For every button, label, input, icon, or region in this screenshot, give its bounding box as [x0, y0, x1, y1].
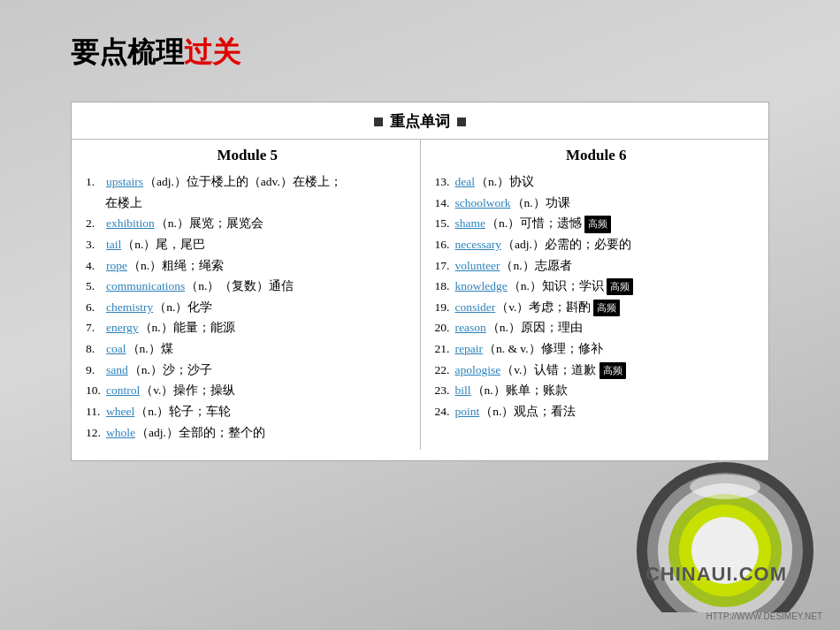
main-card: 重点单词 Module 5 1. upstairs （adj.）位于楼上的（ad…	[71, 102, 769, 461]
title-prefix: 要点梳理	[71, 34, 184, 72]
header-square-right	[457, 118, 466, 126]
list-item: 19. consider （v.）考虑；斟酌 高频	[435, 297, 759, 318]
list-item: 2. exhibition （n.）展览；展览会	[86, 213, 409, 234]
chinaui-label: CHINAUI.COM	[645, 563, 787, 586]
svg-point-6	[690, 474, 760, 499]
list-item: 8. coal （n.）煤	[86, 338, 409, 360]
columns: Module 5 1. upstairs （adj.）位于楼上的（adv.）在楼…	[72, 140, 768, 450]
url-label: HTTP://WWW.DESIMEY.NET	[706, 611, 822, 621]
list-item: 5. communications （n.）（复数）通信	[86, 276, 409, 297]
list-item: 18. knowledge （n.）知识；学识 高频	[435, 276, 759, 297]
title-suffix: 过关	[184, 34, 241, 72]
list-item: 20. reason （n.）原因；理由	[435, 317, 759, 338]
list-item: 9. sand （n.）沙；沙子	[86, 360, 409, 381]
list-item: 3. tail （n.）尾，尾巴	[86, 234, 409, 255]
item-indent: 在楼上	[86, 193, 409, 214]
list-item: 11. wheel （n.）轮子；车轮	[86, 401, 409, 422]
high-freq-badge: 高频	[599, 362, 626, 379]
list-item: 10. control （v.）操作；操纵	[86, 380, 409, 401]
list-item: 22. apologise （v.）认错；道歉 高频	[435, 360, 759, 381]
list-item: 1. upstairs （adj.）位于楼上的（adv.）在楼上； 在楼上	[86, 171, 409, 213]
list-item: 13. deal （n.）协议	[435, 171, 759, 193]
list-item: 21. repair （n. & v.）修理；修补	[435, 338, 759, 360]
module5-title: Module 5	[86, 147, 409, 164]
list-item: 14. schoolwork （n.）功课	[435, 193, 759, 214]
item-word: upstairs	[106, 171, 143, 193]
list-item: 23. bill （n.）账单；账款	[435, 380, 759, 401]
list-item: 17. volunteer （n.）志愿者	[435, 255, 759, 277]
list-item: 6. chemistry （n.）化学	[86, 297, 409, 318]
section-header-text: 重点单词	[390, 111, 450, 132]
high-freq-badge: 高频	[607, 278, 633, 295]
high-freq-badge: 高频	[584, 216, 611, 232]
section-header: 重点单词	[72, 102, 768, 140]
module6-column: Module 6 13. deal （n.）协议 14. schoolwork …	[421, 140, 769, 450]
list-item: 4. rope （n.）粗绳；绳索	[86, 255, 409, 277]
list-item: 15. shame （n.）可惜；遗憾 高频	[435, 213, 759, 234]
high-freq-badge: 高频	[593, 300, 620, 316]
item-num: 1.	[86, 171, 105, 193]
module5-column: Module 5 1. upstairs （adj.）位于楼上的（adv.）在楼…	[72, 140, 421, 450]
list-item: 7. energy （n.）能量；能源	[86, 317, 409, 338]
list-item: 12. whole （adj.）全部的；整个的	[86, 422, 409, 444]
list-item: 16. necessary （adj.）必需的；必要的	[435, 234, 759, 255]
header-square-left	[374, 118, 383, 126]
page-title: 要点梳理 过关	[71, 34, 241, 72]
item-desc: （adj.）位于楼上的（adv.）在楼上；	[144, 171, 342, 193]
module6-title: Module 6	[435, 147, 759, 164]
